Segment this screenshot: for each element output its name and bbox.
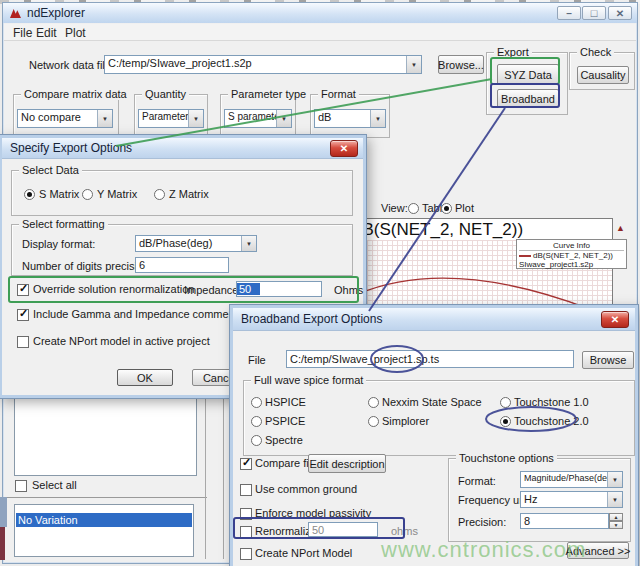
close-button[interactable] <box>608 6 632 20</box>
z-matrix-radio[interactable] <box>154 189 165 200</box>
renormalize-unit-label: ohms <box>391 525 418 537</box>
include-gamma-checkbox[interactable] <box>17 309 29 321</box>
digits-precision-field[interactable]: 6 <box>135 257 229 273</box>
broadband-close-button[interactable] <box>601 311 629 328</box>
ts-format-value: Magnitude/Phase(deg) <box>521 472 607 487</box>
plot-collapse-icon[interactable] <box>616 223 625 233</box>
network-data-file-combo[interactable]: C:/temp/SIwave_project1.s2p <box>104 55 422 74</box>
dropdown-arrow-icon[interactable] <box>97 110 112 127</box>
edit-description-button[interactable]: Edit description <box>308 454 386 473</box>
ts-precision-field[interactable]: 8 <box>520 513 609 529</box>
background-window-artifact <box>0 527 5 560</box>
hspice-radio[interactable] <box>251 397 262 408</box>
view-plot-radio[interactable] <box>441 203 452 214</box>
select-data-label: Select Data <box>19 164 82 176</box>
override-renormalization-checkbox[interactable] <box>17 284 29 296</box>
browse-button[interactable]: Browse... <box>438 55 484 74</box>
broadband-dialog-titlebar[interactable]: Broadband Export Options <box>233 308 635 331</box>
frequency-units-value: Hz <box>521 492 607 507</box>
use-common-ground-checkbox[interactable] <box>240 484 252 496</box>
enforce-passivity-checkbox[interactable] <box>240 508 252 520</box>
syz-data-button[interactable]: SYZ Data <box>497 64 559 85</box>
digits-precision-label: Number of digits precision: <box>22 260 152 272</box>
nexxim-radio[interactable] <box>368 397 379 408</box>
ts-precision-spinner[interactable] <box>609 513 623 529</box>
compare-matrix-dropdown[interactable]: No compare <box>17 109 113 128</box>
format-value: dB <box>315 110 370 127</box>
menu-plot[interactable]: Plot <box>65 26 86 40</box>
y-matrix-radio[interactable] <box>82 189 93 200</box>
view-label: View: <box>381 202 408 214</box>
splitter-line[interactable] <box>223 383 224 559</box>
broadband-dialog-title: Broadband Export Options <box>241 312 382 326</box>
pspice-radio[interactable] <box>251 416 262 427</box>
legend-curve-label: dB(S(NET_2, NET_2)) <box>533 251 613 260</box>
spice-format-label: Full wave spice format <box>251 374 366 386</box>
dropdown-arrow-icon[interactable] <box>607 492 622 507</box>
y-matrix-label: Y Matrix <box>97 188 137 200</box>
legend-source-label: SIwave_project1.s2p <box>519 260 624 269</box>
quantity-dropdown[interactable]: Parameter values <box>138 109 204 128</box>
ts-format-dropdown[interactable]: Magnitude/Phase(deg) <box>520 471 623 488</box>
menu-edit[interactable]: Edit <box>36 26 57 40</box>
touchstone10-radio[interactable] <box>500 397 511 408</box>
format-dropdown[interactable]: dB <box>314 109 386 128</box>
create-nport-project-checkbox[interactable] <box>17 336 29 348</box>
display-format-dropdown[interactable]: dB/Phase(deg) <box>135 235 257 252</box>
spectre-label: Spectre <box>265 434 303 446</box>
touchstone20-label: Touchstone 2.0 <box>514 415 589 427</box>
window-edge-artifact <box>0 497 7 527</box>
advanced-button[interactable]: Advanced >> <box>567 542 629 559</box>
compare-matrix-value: No compare <box>18 110 97 127</box>
select-all-checkbox[interactable] <box>15 480 27 492</box>
specify-dialog-titlebar[interactable]: Specify Export Options <box>2 138 363 159</box>
view-table-radio[interactable] <box>408 203 419 214</box>
frequency-units-dropdown[interactable]: Hz <box>520 491 623 508</box>
file-field[interactable]: C:/temp/SIwave_project1.sp.ts <box>286 350 574 368</box>
file-label: File <box>248 354 266 366</box>
dropdown-arrow-icon[interactable] <box>276 110 291 127</box>
dropdown-arrow-icon[interactable] <box>370 110 385 127</box>
variation-list-item[interactable]: No Variation <box>16 513 192 527</box>
parameter-type-dropdown[interactable]: S parameter <box>224 109 292 128</box>
impedance-value: 50 <box>237 283 260 295</box>
display-format-value: dB/Phase(deg) <box>136 236 241 251</box>
hspice-label: HSPICE <box>265 396 306 408</box>
renormalize-field[interactable]: 50 <box>308 522 378 537</box>
renormalize-value: 50 <box>312 524 324 536</box>
s-matrix-radio[interactable] <box>24 189 35 200</box>
simplorer-radio[interactable] <box>368 416 379 427</box>
broadband-browse-button[interactable]: Browse <box>582 351 634 369</box>
title-bar[interactable]: ndExplorer <box>3 3 637 23</box>
ts-precision-value: 8 <box>524 515 530 527</box>
network-data-file-label: Network data file: <box>29 59 114 71</box>
spectre-radio[interactable] <box>251 435 262 446</box>
select-formatting-label: Select formatting <box>19 218 108 230</box>
menu-file[interactable]: File <box>13 26 32 40</box>
create-nport-model-checkbox[interactable] <box>240 548 252 560</box>
ok-button[interactable]: OK <box>117 369 173 386</box>
include-gamma-label: Include Gamma and Impedance comments <box>33 308 243 320</box>
parameter-type-value: S parameter <box>225 110 276 127</box>
dropdown-arrow-icon[interactable] <box>406 56 421 73</box>
specify-close-button[interactable] <box>330 140 358 157</box>
quantity-value: Parameter values <box>139 110 188 127</box>
dropdown-arrow-icon[interactable] <box>607 472 622 487</box>
splitter-line[interactable] <box>205 383 206 559</box>
broadband-button[interactable]: Broadband <box>497 89 559 108</box>
spinner-down-icon[interactable] <box>609 521 623 529</box>
spinner-up-icon[interactable] <box>609 513 623 521</box>
ts-precision-label: Precision: <box>458 516 506 528</box>
touchstone20-radio[interactable] <box>500 416 511 427</box>
impedance-field[interactable]: 50 <box>236 281 322 297</box>
causality-button[interactable]: Causality <box>577 66 629 84</box>
variation-listbox[interactable]: No Variation <box>14 504 194 557</box>
compare-fit-label: Compare fit <box>255 457 312 469</box>
renormalize-checkbox[interactable] <box>240 526 252 538</box>
dropdown-arrow-icon[interactable] <box>241 236 256 251</box>
maximize-button[interactable] <box>582 6 606 20</box>
pspice-label: PSPICE <box>265 415 305 427</box>
minimize-button[interactable] <box>557 6 581 20</box>
dropdown-arrow-icon[interactable] <box>188 110 203 127</box>
compare-fit-checkbox[interactable] <box>240 458 252 470</box>
